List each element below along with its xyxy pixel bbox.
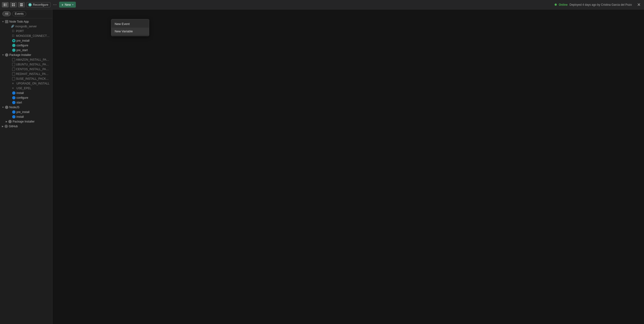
- tree-nodejs[interactable]: NodeJS: [0, 105, 52, 110]
- tree-node-todo-app[interactable]: Node Todo App: [0, 19, 52, 24]
- tree-label: NodeJS: [9, 106, 20, 109]
- view-panel-btn[interactable]: [10, 2, 17, 7]
- svg-rect-5: [14, 5, 15, 6]
- tree-package-installer[interactable]: Package Installer: [0, 53, 52, 57]
- tree-label: Package Installer: [9, 53, 31, 57]
- tree-label: MONGODB_CONNECTION_STRING: [16, 34, 50, 38]
- view-sidebar-btn[interactable]: [2, 2, 8, 7]
- sidebar: All Events Node Todo App 🔗 mongodb_serve…: [0, 9, 52, 324]
- new-event-label: New Event: [115, 22, 130, 26]
- svg-rect-3: [14, 3, 15, 4]
- tree-configure[interactable]: configure: [0, 43, 52, 48]
- svg-rect-7: [20, 5, 23, 6]
- filter-events-button[interactable]: Events: [12, 11, 26, 16]
- tree-label: PORT: [16, 29, 24, 33]
- header-left: ⚙ Reconfigure ⋯ + New ▾: [2, 2, 76, 7]
- svg-rect-2: [12, 3, 13, 4]
- tree-label: AMAZON_INSTALL_PACKAGES: [16, 58, 50, 61]
- tree: Node Todo App 🔗 mongodb_server [ ] PORT: [0, 18, 52, 130]
- doc-icon: [12, 77, 15, 80]
- tree-pre-install[interactable]: pre_install: [0, 38, 52, 43]
- new-variable-label: New Variable: [115, 29, 133, 33]
- close-button[interactable]: ✕: [636, 2, 642, 8]
- tree-github[interactable]: GitHub: [0, 124, 52, 129]
- expand-arrow-icon: [2, 54, 4, 56]
- event-icon: [12, 48, 16, 52]
- header-status: Online Deployed 4 days ago by Cristina G…: [554, 2, 642, 8]
- list-icon: ≡: [12, 87, 16, 90]
- tree-mongodb-server[interactable]: 🔗 mongodb_server: [0, 24, 52, 29]
- tree-label: start: [16, 101, 22, 104]
- svg-rect-4: [12, 5, 13, 6]
- more-options-button[interactable]: ⋯: [52, 2, 58, 7]
- tree-centos-pkgs[interactable]: CENTOS_INSTALL_PACKAGES: [0, 67, 52, 72]
- variable-icon: [ ]: [12, 29, 15, 33]
- expand-arrow-icon: [2, 106, 4, 109]
- tree-label: Package Installer: [13, 120, 34, 123]
- tree-redhat-pkgs[interactable]: REDHAT_INSTALL_PACKAGES: [0, 72, 52, 76]
- doc-icon: [12, 72, 15, 76]
- event-icon: [12, 115, 16, 119]
- tree-label: mongodb_server: [15, 25, 37, 28]
- tree-port[interactable]: [ ] PORT: [0, 29, 52, 33]
- doc-icon: [12, 63, 15, 66]
- doc-icon: [12, 58, 15, 61]
- status-detail: Deployed 4 days ago by Cristina Garcia d…: [570, 3, 632, 6]
- main-layout: All Events Node Todo App 🔗 mongodb_serve…: [0, 9, 644, 324]
- tree-nodejs-install[interactable]: install: [0, 114, 52, 119]
- variable-icon: [ ]: [12, 34, 15, 38]
- tree-install-pkginstaller[interactable]: install: [0, 91, 52, 95]
- new-label: New: [64, 3, 71, 6]
- new-dropdown-menu: New Event New Variable: [111, 19, 149, 36]
- chevron-down-icon: ▾: [72, 3, 74, 6]
- tree-use-epel[interactable]: ≡ USE_EPEL: [0, 86, 52, 91]
- new-variable-item[interactable]: New Variable: [111, 28, 149, 35]
- pkg-icon: [8, 120, 12, 123]
- view-split-btn[interactable]: [18, 2, 25, 7]
- status-dot-icon: [554, 3, 557, 6]
- expand-arrow-icon: [6, 120, 8, 123]
- filter-all-button[interactable]: All: [2, 11, 11, 16]
- tree-label: configure: [16, 44, 28, 47]
- tree-label: install: [16, 115, 24, 119]
- event-icon: [12, 91, 16, 95]
- link-icon: 🔗: [11, 25, 14, 28]
- tree-label: REDHAT_INSTALL_PACKAGES: [16, 72, 50, 76]
- tree-pre-start[interactable]: pre_start: [0, 48, 52, 53]
- tree-label: USE_EPEL: [16, 87, 31, 90]
- event-icon: [12, 44, 16, 47]
- tree-label: SUSE_INSTALL_PACKAGES: [16, 77, 50, 80]
- tree-nodejs-package-installer[interactable]: Package Installer: [0, 119, 52, 124]
- tree-label: pre_install: [16, 110, 30, 114]
- tree-label: CENTOS_INSTALL_PACKAGES: [16, 68, 50, 71]
- sidebar-filter-bar: All Events: [0, 9, 52, 18]
- tree-mongodb-conn-str[interactable]: [ ] MONGODB_CONNECTION_STRING: [0, 33, 52, 38]
- tree-label: UBUNTU_INSTALL_PACKAGES: [16, 63, 50, 66]
- tree-nodejs-pre-install[interactable]: pre_install: [0, 110, 52, 114]
- reconfigure-button[interactable]: ⚙ Reconfigure: [26, 2, 50, 7]
- new-button[interactable]: + New ▾: [59, 2, 76, 7]
- svg-rect-1: [5, 3, 7, 6]
- tree-suse-pkgs[interactable]: SUSE_INSTALL_PACKAGES: [0, 76, 52, 81]
- new-event-item[interactable]: New Event: [111, 20, 149, 28]
- tree-label: configure: [16, 96, 28, 99]
- tree-label: install: [16, 91, 24, 95]
- status-online-label: Online: [559, 3, 568, 6]
- pkg-icon: [5, 53, 8, 57]
- event-icon: [12, 96, 16, 99]
- github-icon: [4, 125, 8, 128]
- event-icon: [12, 101, 16, 104]
- list-icon: ≡: [12, 82, 16, 85]
- tree-start-pkginstaller[interactable]: start: [0, 100, 52, 105]
- doc-icon: [12, 68, 15, 71]
- app-icon: [5, 20, 8, 23]
- tree-label: Node Todo App: [9, 20, 29, 23]
- tree-configure-pkginstaller[interactable]: configure: [0, 95, 52, 100]
- reconfigure-icon: ⚙: [28, 3, 32, 6]
- reconfigure-label: Reconfigure: [33, 3, 48, 6]
- tree-upgrade-on-install[interactable]: ≡ UPGRADE_ON_INSTALL: [0, 81, 52, 86]
- tree-ubuntu-pkgs[interactable]: UBUNTU_INSTALL_PACKAGES: [0, 62, 52, 67]
- tree-label: pre_start: [16, 48, 28, 52]
- app-header: ⚙ Reconfigure ⋯ + New ▾ Online Deployed …: [0, 0, 644, 9]
- tree-amazon-pkgs[interactable]: AMAZON_INSTALL_PACKAGES: [0, 57, 52, 62]
